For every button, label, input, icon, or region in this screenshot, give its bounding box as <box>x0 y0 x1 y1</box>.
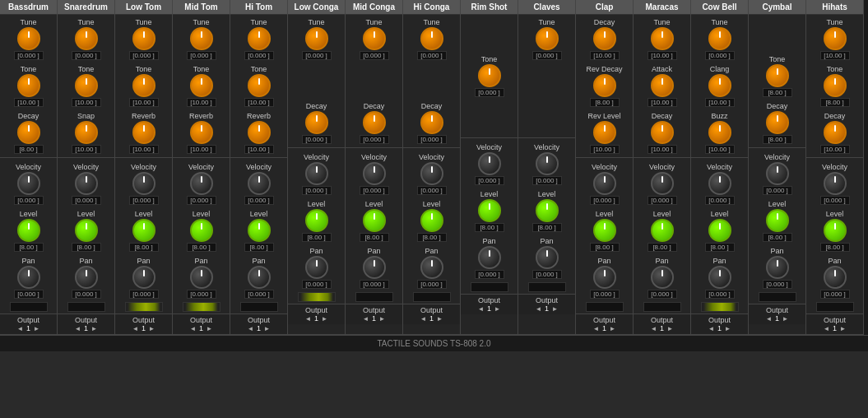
level-knob-cowbell[interactable] <box>708 219 731 242</box>
fader-hiconga[interactable] <box>413 292 451 302</box>
output-increment-cymbal[interactable]: ► <box>782 315 789 323</box>
velocity-knob-hiconga[interactable] <box>420 162 443 185</box>
output-decrement-snaredrum[interactable]: ◄ <box>75 325 81 332</box>
knob-snaredrum-0[interactable] <box>75 27 98 50</box>
output-increment-snaredrum[interactable]: ► <box>91 325 98 332</box>
output-increment-cowbell[interactable]: ► <box>725 325 731 332</box>
output-decrement-rimshot[interactable]: ◄ <box>478 305 485 313</box>
fader-midtom[interactable] <box>183 302 220 312</box>
velocity-knob-cymbal[interactable] <box>766 162 789 185</box>
level-knob-hihats[interactable] <box>824 219 847 242</box>
knob-claves-0[interactable] <box>536 27 559 50</box>
knob-snaredrum-1[interactable] <box>75 74 98 97</box>
level-knob-hitom[interactable] <box>248 219 271 242</box>
knob-hihats-2[interactable] <box>824 121 847 144</box>
fader-hihats[interactable] <box>816 302 854 312</box>
level-knob-lowconga[interactable] <box>305 209 328 232</box>
fader-snaredrum[interactable] <box>67 302 105 312</box>
level-knob-cymbal[interactable] <box>766 209 789 232</box>
level-knob-snaredrum[interactable] <box>75 219 98 242</box>
knob-midconga-0[interactable] <box>363 27 386 50</box>
pan-knob-midconga[interactable] <box>363 256 386 279</box>
knob-cymbal-2[interactable] <box>766 111 789 134</box>
velocity-knob-bassdrum[interactable] <box>17 172 40 195</box>
knob-lowtom-1[interactable] <box>132 74 155 97</box>
knob-cymbal-1[interactable] <box>766 64 789 87</box>
velocity-knob-midtom[interactable] <box>190 172 213 195</box>
output-decrement-midconga[interactable]: ◄ <box>363 315 369 323</box>
knob-cowbell-0[interactable] <box>708 27 731 50</box>
level-knob-midconga[interactable] <box>363 209 386 232</box>
knob-lowtom-2[interactable] <box>132 121 155 144</box>
level-knob-rimshot[interactable] <box>478 199 501 222</box>
output-decrement-bassdrum[interactable]: ◄ <box>17 325 24 332</box>
fader-lowtom[interactable] <box>125 302 163 312</box>
output-increment-clap[interactable]: ► <box>610 325 616 332</box>
knob-hiconga-0[interactable] <box>420 27 443 50</box>
knob-midconga-2[interactable] <box>363 111 386 134</box>
knob-hitom-0[interactable] <box>248 27 271 50</box>
velocity-knob-clap[interactable] <box>593 172 616 195</box>
pan-knob-lowconga[interactable] <box>305 256 328 279</box>
output-decrement-lowconga[interactable]: ◄ <box>305 315 312 323</box>
output-increment-rimshot[interactable]: ► <box>494 305 501 313</box>
output-increment-lowtom[interactable]: ► <box>149 325 155 332</box>
output-decrement-lowtom[interactable]: ◄ <box>132 325 139 332</box>
velocity-knob-snaredrum[interactable] <box>75 172 98 195</box>
fader-clap[interactable] <box>586 302 624 312</box>
pan-knob-hihats[interactable] <box>824 266 847 289</box>
output-decrement-midtom[interactable]: ◄ <box>190 325 197 332</box>
output-decrement-hiconga[interactable]: ◄ <box>420 315 427 323</box>
level-knob-hiconga[interactable] <box>420 209 443 232</box>
velocity-knob-rimshot[interactable] <box>478 152 501 175</box>
output-increment-midtom[interactable]: ► <box>207 325 213 332</box>
level-knob-clap[interactable] <box>593 219 616 242</box>
output-decrement-claves[interactable]: ◄ <box>536 305 542 313</box>
pan-knob-clap[interactable] <box>593 266 616 289</box>
pan-knob-bassdrum[interactable] <box>17 266 40 289</box>
pan-knob-rimshot[interactable] <box>478 246 501 269</box>
knob-lowconga-2[interactable] <box>305 111 328 134</box>
knob-cowbell-1[interactable] <box>708 74 731 97</box>
pan-knob-maracas[interactable] <box>651 266 674 289</box>
pan-knob-snaredrum[interactable] <box>75 266 98 289</box>
fader-cymbal[interactable] <box>759 292 796 302</box>
output-decrement-clap[interactable]: ◄ <box>593 325 600 332</box>
knob-bassdrum-2[interactable] <box>17 121 40 144</box>
knob-snaredrum-2[interactable] <box>75 121 98 144</box>
velocity-knob-hihats[interactable] <box>824 172 847 195</box>
output-decrement-maracas[interactable]: ◄ <box>651 325 657 332</box>
fader-maracas[interactable] <box>643 302 681 312</box>
knob-lowconga-0[interactable] <box>305 27 328 50</box>
knob-midtom-0[interactable] <box>190 27 213 50</box>
output-increment-claves[interactable]: ► <box>552 305 559 313</box>
knob-clap-0[interactable] <box>593 27 616 50</box>
knob-cowbell-2[interactable] <box>708 121 731 144</box>
level-knob-lowtom[interactable] <box>132 219 155 242</box>
level-knob-midtom[interactable] <box>190 219 213 242</box>
velocity-knob-maracas[interactable] <box>651 172 674 195</box>
fader-bassdrum[interactable] <box>10 302 48 312</box>
knob-hitom-1[interactable] <box>248 74 271 97</box>
knob-bassdrum-1[interactable] <box>17 74 40 97</box>
pan-knob-hiconga[interactable] <box>420 256 443 279</box>
velocity-knob-lowconga[interactable] <box>305 162 328 185</box>
fader-cowbell[interactable] <box>701 302 739 312</box>
knob-midtom-2[interactable] <box>190 121 213 144</box>
output-decrement-hitom[interactable]: ◄ <box>248 325 254 332</box>
output-decrement-cymbal[interactable]: ◄ <box>766 315 773 323</box>
pan-knob-cowbell[interactable] <box>708 266 731 289</box>
level-knob-claves[interactable] <box>536 199 559 222</box>
knob-lowtom-0[interactable] <box>132 27 155 50</box>
knob-bassdrum-0[interactable] <box>17 27 40 50</box>
knob-maracas-1[interactable] <box>651 74 674 97</box>
knob-midtom-1[interactable] <box>190 74 213 97</box>
output-increment-hitom[interactable]: ► <box>264 325 271 332</box>
knob-maracas-2[interactable] <box>651 121 674 144</box>
knob-clap-2[interactable] <box>593 121 616 144</box>
knob-hihats-1[interactable] <box>824 74 847 97</box>
velocity-knob-midconga[interactable] <box>363 162 386 185</box>
fader-claves[interactable] <box>528 282 566 292</box>
output-increment-bassdrum[interactable]: ► <box>34 325 40 332</box>
pan-knob-hitom[interactable] <box>248 266 271 289</box>
